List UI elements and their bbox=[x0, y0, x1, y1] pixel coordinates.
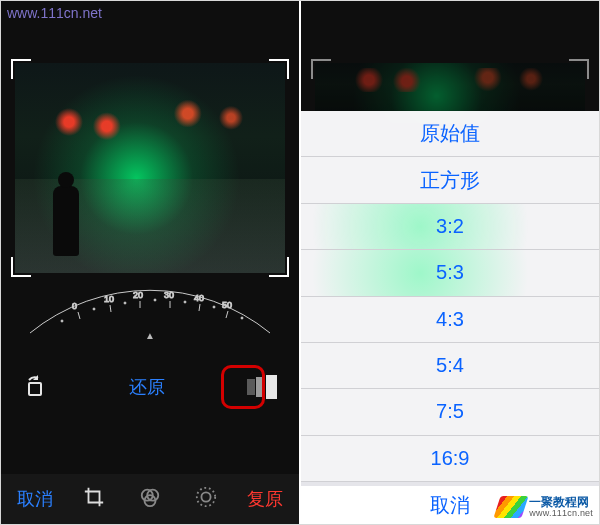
aspect-option-7-5[interactable]: 7:5 bbox=[301, 389, 599, 435]
dial-tick-30: 30 bbox=[164, 290, 174, 300]
adjust-tool-icon[interactable] bbox=[195, 486, 217, 513]
svg-point-11 bbox=[213, 306, 215, 308]
crop-tool-icon[interactable] bbox=[83, 486, 105, 513]
svg-line-1 bbox=[110, 305, 111, 312]
rotate-button[interactable] bbox=[23, 375, 47, 399]
dial-tick-50: 50 bbox=[222, 300, 232, 310]
crop-handle-tl[interactable] bbox=[11, 59, 31, 79]
aspect-ratio-sheet: 原始值 正方形 3:2 5:3 4:3 5:4 7:5 16:9 取消 bbox=[301, 111, 599, 524]
crop-frame[interactable] bbox=[15, 63, 285, 273]
crop-handle-tr[interactable] bbox=[269, 59, 289, 79]
dial-tick-0: 0 bbox=[72, 301, 77, 311]
crop-handle-br[interactable] bbox=[269, 257, 289, 277]
aspect-option-16-9[interactable]: 16:9 bbox=[301, 436, 599, 482]
svg-point-8 bbox=[124, 302, 126, 304]
svg-rect-13 bbox=[29, 383, 41, 395]
svg-point-21 bbox=[197, 487, 215, 505]
svg-point-9 bbox=[154, 299, 156, 301]
straighten-dial[interactable]: 0 10 20 30 4 bbox=[20, 283, 280, 343]
mid-toolbar: 还原 bbox=[1, 343, 299, 399]
aspect-option-3-2[interactable]: 3:2 bbox=[301, 204, 599, 250]
dial-tick-40: 40 bbox=[194, 293, 204, 303]
filters-tool-icon[interactable] bbox=[139, 486, 161, 513]
crop-handle-bl[interactable] bbox=[11, 257, 31, 277]
dial-tick-10: 10 bbox=[104, 294, 114, 304]
annotation-highlight bbox=[221, 365, 265, 409]
aspect-option-4-3[interactable]: 4:3 bbox=[301, 297, 599, 343]
aspect-option-original[interactable]: 原始值 bbox=[301, 111, 599, 157]
photo-preview bbox=[15, 63, 285, 273]
aspect-sheet-cancel[interactable]: 取消 bbox=[301, 482, 599, 524]
reset-button[interactable]: 复原 bbox=[247, 487, 283, 511]
phone-aspect-sheet: 原始值 正方形 3:2 5:3 4:3 5:4 7:5 16:9 取消 bbox=[301, 1, 599, 524]
svg-rect-16 bbox=[266, 375, 277, 399]
aspect-option-square[interactable]: 正方形 bbox=[301, 157, 599, 203]
aspect-option-5-3[interactable]: 5:3 bbox=[301, 250, 599, 296]
cancel-button[interactable]: 取消 bbox=[17, 487, 53, 511]
revert-button[interactable]: 还原 bbox=[129, 375, 165, 399]
dial-pointer-icon: ▲ bbox=[145, 330, 155, 341]
bottom-toolbar: 取消 复原 bbox=[1, 474, 299, 524]
aspect-option-5-4[interactable]: 5:4 bbox=[301, 343, 599, 389]
dial-tick-20: 20 bbox=[133, 290, 143, 300]
svg-point-12 bbox=[241, 317, 243, 319]
svg-line-4 bbox=[199, 304, 200, 311]
svg-point-6 bbox=[61, 320, 63, 322]
phone-crop-editor: 0 10 20 30 4 bbox=[1, 1, 299, 524]
svg-point-10 bbox=[184, 301, 186, 303]
svg-line-0 bbox=[78, 312, 80, 319]
svg-point-20 bbox=[201, 492, 210, 501]
svg-line-5 bbox=[226, 311, 228, 318]
svg-point-7 bbox=[93, 308, 95, 310]
screenshot-pair: 0 10 20 30 4 bbox=[1, 1, 599, 524]
